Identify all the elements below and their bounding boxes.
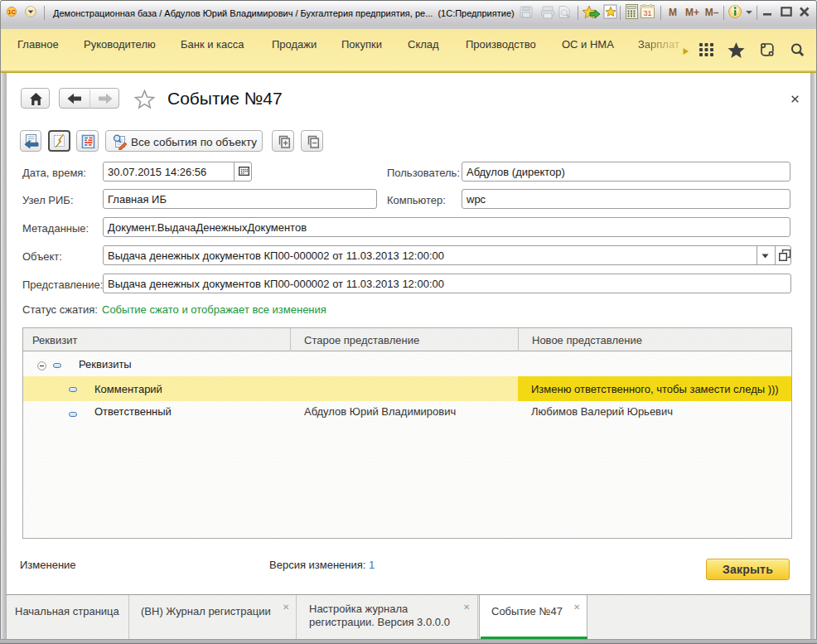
svg-text:31: 31	[644, 9, 652, 17]
svg-text:1С: 1С	[8, 9, 16, 15]
